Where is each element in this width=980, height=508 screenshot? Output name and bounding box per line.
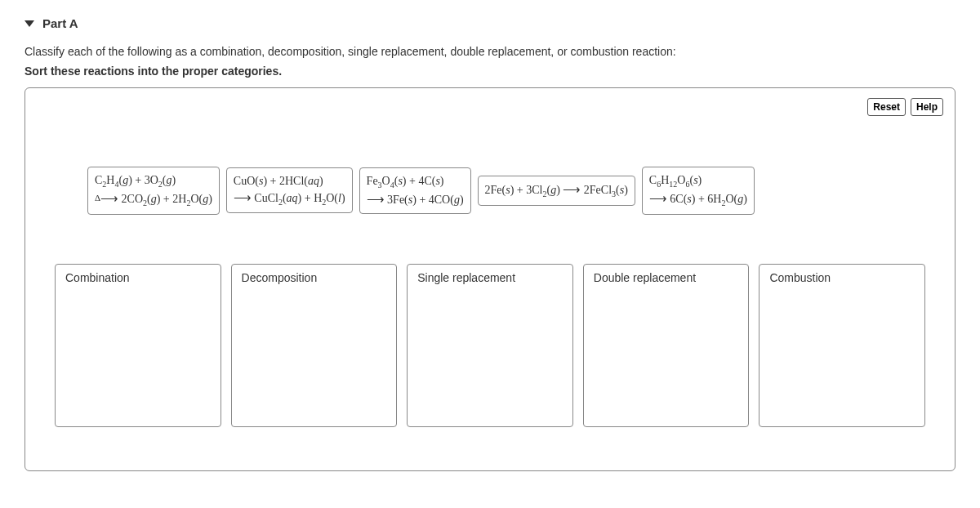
instruction-bold-text: Sort these reactions into the proper cat…: [24, 65, 956, 78]
bin-combustion[interactable]: Combustion: [759, 264, 925, 427]
rxn-ethylene-combustion[interactable]: C2H4(g) + 3O2(g)Δ⟶ 2CO2(g) + 2H2O(g): [87, 167, 220, 215]
part-title: Part A: [42, 16, 78, 30]
bin-single-replacement[interactable]: Single replacement: [407, 264, 573, 427]
drop-bins-row: CombinationDecompositionSingle replaceme…: [55, 264, 925, 427]
part-header[interactable]: Part A: [24, 16, 956, 30]
bin-label: Combination: [65, 271, 211, 284]
bin-double-replacement[interactable]: Double replacement: [583, 264, 750, 427]
collapse-triangle-icon: [24, 20, 34, 27]
reset-button[interactable]: Reset: [867, 98, 906, 116]
bin-label: Double replacement: [594, 271, 739, 284]
bin-decomposition[interactable]: Decomposition: [231, 264, 398, 427]
rxn-fe-cl2[interactable]: 2Fe(s) + 3Cl2(g) ⟶ 2FeCl3(s): [478, 176, 635, 206]
sorting-panel: Reset Help C2H4(g) + 3O2(g)Δ⟶ 2CO2(g) + …: [24, 87, 956, 471]
rxn-glucose-decomp[interactable]: C6H12O6(s)⟶ 6C(s) + 6H2O(g): [642, 167, 755, 215]
rxn-fe3o4-c[interactable]: Fe3O4(s) + 4C(s)⟶ 3Fe(s) + 4CO(g): [359, 167, 471, 214]
bin-combination[interactable]: Combination: [55, 264, 221, 427]
bin-label: Single replacement: [417, 271, 563, 284]
rxn-cuo-hcl[interactable]: CuO(s) + 2HCl(aq)⟶ CuCl2(aq) + H2O(l): [226, 167, 353, 213]
draggable-items-row: C2H4(g) + 3O2(g)Δ⟶ 2CO2(g) + 2H2O(g)CuO(…: [87, 167, 909, 215]
instruction-text: Classify each of the following as a comb…: [24, 45, 956, 58]
bin-label: Decomposition: [242, 271, 387, 284]
bin-label: Combustion: [769, 271, 915, 284]
help-button[interactable]: Help: [911, 98, 943, 116]
